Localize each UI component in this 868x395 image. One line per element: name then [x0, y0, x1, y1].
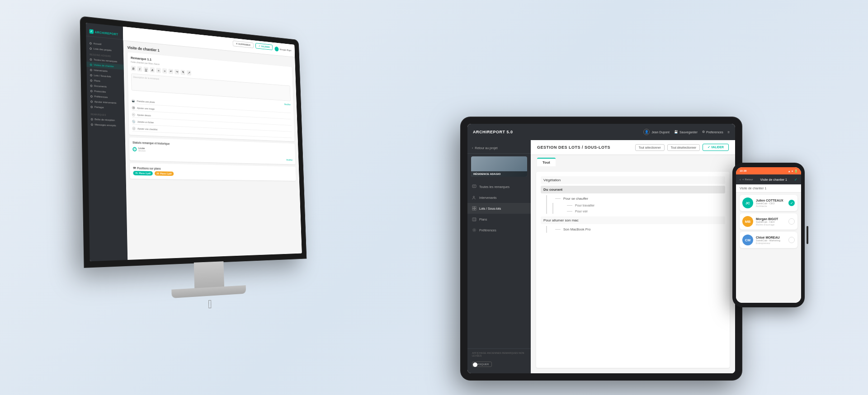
supprimer-button[interactable]: ✕ SUPPRIMER — [232, 41, 254, 48]
tablet-footer-section: AFFICHAGE ANCIENNES REMARQUES NON LEVÉES… — [467, 348, 531, 370]
monitor-main: ✕ SUPPRIMER ✓ VALIDER Morgan Bigot Visit… — [123, 27, 302, 260]
phone-contact-name-2: Morgan BIGOT — [756, 217, 786, 221]
status-circle-icon: ✓ — [132, 147, 137, 151]
status-check-icon: ✓ — [133, 147, 136, 151]
phone-contact-1[interactable]: JC Julien COTTEAUX SwinkCab - CEO Archit… — [740, 195, 797, 211]
align-center-tool[interactable]: ≡ — [162, 68, 167, 74]
desktop-monitor: ✓ ARCHIREPORT Accueil Liste des projets … — [80, 17, 319, 387]
camera-icon: 📷 — [132, 99, 135, 103]
phone-checkbox-2 — [788, 218, 795, 225]
phone-contact-name-1: Julien COTTEAUX — [756, 199, 786, 202]
tablet-footer-label: AFFICHAGE ANCIENNES REMARQUES NON LEVÉES — [472, 352, 526, 357]
tablet-topbar-right: 👤 Jean Dupont 💾 Sauvegarder ⚙ Preference… — [643, 129, 730, 135]
image-icon: 🖼 — [132, 106, 135, 109]
tablet-back-button[interactable]: ‹ Retour au projet — [467, 144, 531, 154]
tablet-select-all-button[interactable]: Tout sélectionner — [635, 144, 665, 151]
tree-connector-icon3 — [567, 211, 572, 212]
phone-contact-3[interactable]: CM Chloé MOREAU SwinkCab - Marketing Ent… — [740, 232, 797, 248]
tablet-nav-lots[interactable]: Lots / Sous-lots — [467, 203, 531, 214]
nav-dot-icon — [90, 47, 92, 49]
pdf-label-2: Plans-1.pdf — [160, 172, 172, 175]
phone-time: 10:38 — [740, 169, 746, 172]
phone-avatar-1: JC — [742, 198, 753, 208]
nav-dot-icon — [91, 123, 93, 126]
phone-contact-2[interactable]: MB Morgan BIGOT SwinkCab - CEO Maître d'… — [740, 213, 797, 230]
phone-content: JC Julien COTTEAUX SwinkCab - CEO Archit… — [736, 193, 801, 303]
phone-avatar-2: MB — [742, 216, 753, 227]
phone-device: 10:38 ▲ ✦ 🔋 ‹ < Retour Visite de chantie… — [732, 163, 805, 307]
underline-tool[interactable]: U — [144, 67, 149, 72]
tree-item-macbook[interactable]: Son MacBook Pro — [547, 226, 725, 233]
tablet-tree-container: Végétation Du courant Pour se chauffer — [536, 172, 730, 368]
svg-rect-4 — [472, 207, 474, 208]
tablet-project-card: RÉSIDENCE ADAGIO — [471, 156, 527, 177]
phone-avatar-3: CM — [742, 235, 753, 245]
tablet-nav-remarques[interactable]: Toutes les remarques — [467, 181, 531, 192]
tree-item-travailler[interactable]: Pour travailler — [553, 203, 725, 208]
monitor-bezel: ✓ ARCHIREPORT Accueil Liste des projets … — [80, 17, 306, 267]
svg-rect-8 — [472, 218, 476, 221]
tablet-lang: fr — [728, 131, 730, 134]
tablet-main-header: GESTION DES LOTS / SOUS-LOTS Tout sélect… — [531, 140, 735, 155]
tablet-valider-button[interactable]: ✓ VALIDER — [703, 144, 729, 151]
filter-tab-tout[interactable]: Tout — [537, 158, 556, 166]
tree-connector-icon4 — [555, 229, 561, 230]
nav-dot-icon — [90, 90, 93, 92]
pdf-chip-2[interactable]: 26 Plans-1.pdf — [155, 171, 174, 176]
phone-screen: 10:38 ▲ ✦ 🔋 ‹ < Retour Visite de chantie… — [736, 167, 801, 303]
pdf-label-1: Plans-1.pdf — [139, 172, 151, 174]
draw-tool[interactable]: ✎ — [180, 70, 185, 75]
bold-tool[interactable]: B — [131, 66, 136, 71]
tree-item-voir[interactable]: Pour voir — [553, 209, 725, 214]
tablet-masquer-button[interactable]: MASQUER — [472, 362, 492, 367]
tablet-device: ARCHIREPORT 5.0 👤 Jean Dupont 💾 Sauvegar… — [461, 118, 741, 380]
tree-item-vegetation[interactable]: Végétation — [541, 176, 725, 184]
tablet-nav-plans[interactable]: Plans — [467, 214, 531, 225]
valider-button[interactable]: ✓ VALIDER — [255, 43, 273, 50]
tablet-main: GESTION DES LOTS / SOUS-LOTS Tout sélect… — [531, 140, 735, 373]
tree-connector-icon — [555, 198, 561, 199]
phone-contact-role-2: Maître d'ouvrage — [756, 223, 786, 226]
phone-visit-label: Visite de chantier 1 — [736, 184, 801, 193]
save-icon: 💾 — [674, 130, 678, 134]
color-tool[interactable]: A — [150, 67, 155, 73]
redo-tool[interactable]: ↪ — [175, 69, 179, 75]
tablet-nav-preferences[interactable]: Préférences — [467, 225, 531, 235]
tree-item-ducourant[interactable]: Du courant — [541, 186, 725, 193]
link-tool[interactable]: ↗ — [187, 70, 191, 75]
nav-dot-icon — [90, 95, 93, 97]
checklist-icon: ☑ — [132, 127, 135, 130]
phone-contact-role-3: Entrepreneur — [756, 242, 786, 245]
tablet-deselect-all-button[interactable]: Tout désélectionner — [667, 144, 700, 151]
tablet-body: ‹ Retour au projet RÉSIDENCE ADAGIO — [467, 140, 735, 373]
nav-dot-icon — [90, 106, 93, 108]
phone-back-button[interactable]: ‹ < Retour — [740, 178, 753, 181]
tree-item-chauffer[interactable]: Pour se chauffer — [547, 195, 725, 202]
mon-nav-section-remarques: Besoins Adverd Toutes les remarques Visi… — [86, 51, 125, 113]
tablet-preferences-button[interactable]: ⚙ Preferences — [702, 130, 723, 134]
svg-point-12 — [473, 229, 476, 232]
tablet-save-button[interactable]: 💾 Sauvegarder — [674, 130, 698, 134]
nav-dot-icon — [90, 42, 92, 44]
monitor-screen: ✓ ARCHIREPORT Accueil Liste des projets … — [86, 23, 302, 261]
nav-dot-icon — [90, 85, 93, 87]
tablet-nav-intervenants[interactable]: Intervenants — [467, 192, 531, 203]
tablet-main-title: GESTION DES LOTS / SOUS-LOTS — [537, 145, 610, 150]
align-left-tool[interactable]: ≡ — [156, 68, 161, 73]
undo-tool[interactable]: ↩ — [169, 69, 173, 74]
tree-item-allumer[interactable]: Pour allumer son mac — [541, 216, 725, 224]
pdf-chip-1[interactable]: 75 Plans-1.pdf — [133, 171, 152, 175]
monitor-user-name: Morgan Bigot — [280, 48, 292, 52]
users-icon — [472, 195, 476, 200]
nav-dot-icon — [90, 100, 93, 103]
tablet-content: Végétation Du courant Pour se chauffer — [531, 166, 735, 373]
monitor-content: Visite de chantier 1 Remarque 1.1 Faite … — [123, 41, 302, 260]
italic-tool[interactable]: I — [137, 66, 142, 71]
phone-check-icon: ✓ — [794, 178, 797, 182]
comment-icon — [472, 184, 476, 189]
mon-nav-messages[interactable]: Messages envoyés — [88, 122, 125, 128]
svg-rect-6 — [472, 209, 474, 211]
logo-check-icon: ✓ — [90, 29, 94, 34]
tree-children-ducourant: Pour se chauffer Pour travailler — [546, 195, 725, 214]
back-arrow-icon: ‹ — [740, 178, 741, 181]
